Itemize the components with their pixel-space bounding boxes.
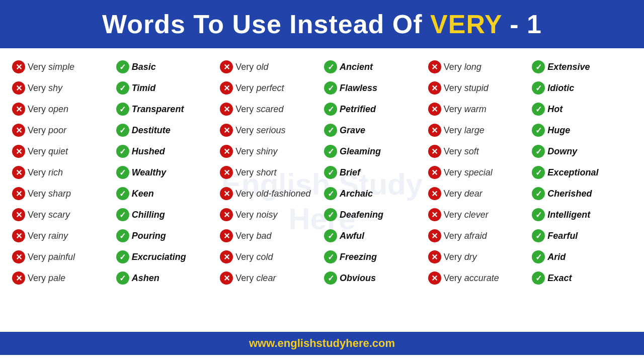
x-icon: ✕ bbox=[12, 103, 25, 116]
replacement-word: Fearful bbox=[547, 231, 578, 241]
very-phrase: Very clear bbox=[235, 273, 276, 284]
very-phrase: Very soft bbox=[444, 146, 479, 157]
very-phrase: Very rich bbox=[28, 167, 63, 178]
list-item: ✓Excruciating bbox=[116, 247, 216, 266]
replacement-word: Keen bbox=[132, 189, 154, 199]
list-item: ✕Very clear bbox=[220, 268, 320, 288]
very-phrase: Very large bbox=[444, 125, 485, 136]
x-icon: ✕ bbox=[428, 208, 441, 221]
x-icon: ✕ bbox=[220, 145, 233, 158]
replacement-word: Huge bbox=[547, 125, 570, 136]
list-item: ✕Very special bbox=[428, 163, 528, 182]
check-icon: ✓ bbox=[532, 187, 545, 200]
very-phrase: Very scared bbox=[235, 104, 283, 115]
very-phrase: Very short bbox=[235, 167, 276, 178]
list-item: ✕Very dear bbox=[428, 184, 528, 203]
list-item: ✕Very clever bbox=[428, 205, 528, 224]
x-icon: ✕ bbox=[428, 250, 441, 263]
list-item: ✕Very warm bbox=[428, 100, 528, 119]
very-phrase: Very scary bbox=[28, 210, 70, 220]
replacement-word: Extensive bbox=[547, 62, 590, 72]
x-icon: ✕ bbox=[428, 103, 441, 116]
check-icon: ✓ bbox=[324, 229, 337, 242]
replacement-word: Chilling bbox=[132, 210, 165, 220]
x-icon: ✕ bbox=[220, 60, 233, 73]
list-item: ✕Very shy bbox=[12, 78, 112, 98]
very-phrase: Very serious bbox=[235, 125, 285, 136]
list-item: ✕Very stupid bbox=[428, 78, 528, 98]
check-icon: ✓ bbox=[532, 208, 545, 221]
replacement-word: Grave bbox=[340, 125, 365, 136]
x-icon: ✕ bbox=[12, 166, 25, 179]
x-icon: ✕ bbox=[220, 250, 233, 263]
replacement-word: Intelligent bbox=[547, 210, 590, 220]
very-phrase: Very pale bbox=[28, 273, 65, 284]
list-item: ✓Timid bbox=[116, 78, 216, 98]
list-item: ✓Cherished bbox=[532, 184, 632, 203]
check-icon: ✓ bbox=[116, 103, 129, 116]
check-icon: ✓ bbox=[324, 187, 337, 200]
check-icon: ✓ bbox=[532, 124, 545, 137]
column-col1-good: ✓Basic✓Timid✓Transparent✓Destitute✓Hushe… bbox=[114, 57, 218, 288]
x-icon: ✕ bbox=[12, 187, 25, 200]
list-item: ✓Arid bbox=[532, 247, 632, 266]
check-icon: ✓ bbox=[116, 272, 129, 285]
x-icon: ✕ bbox=[12, 60, 25, 73]
check-icon: ✓ bbox=[532, 103, 545, 116]
very-phrase: Very sharp bbox=[28, 189, 71, 199]
check-icon: ✓ bbox=[324, 124, 337, 137]
x-icon: ✕ bbox=[220, 124, 233, 137]
very-phrase: Very rainy bbox=[28, 231, 68, 241]
check-icon: ✓ bbox=[324, 250, 337, 263]
x-icon: ✕ bbox=[220, 81, 233, 95]
check-icon: ✓ bbox=[532, 60, 545, 73]
list-item: ✓Freezing bbox=[324, 247, 424, 266]
column-col2-bad: ✕Very old✕Very perfect✕Very scared✕Very … bbox=[218, 57, 322, 288]
list-item: ✕Very scared bbox=[220, 100, 320, 119]
list-item: ✓Archaic bbox=[324, 184, 424, 203]
check-icon: ✓ bbox=[532, 250, 545, 263]
replacement-word: Hushed bbox=[132, 146, 165, 157]
replacement-word: Deafening bbox=[340, 210, 383, 220]
very-phrase: Very afraid bbox=[444, 231, 487, 241]
x-icon: ✕ bbox=[220, 208, 233, 221]
list-item: ✓Ashen bbox=[116, 268, 216, 288]
list-item: ✕Very large bbox=[428, 121, 528, 140]
list-item: ✓Petrified bbox=[324, 100, 424, 119]
list-item: ✓Basic bbox=[116, 57, 216, 76]
replacement-word: Exact bbox=[547, 273, 572, 284]
x-icon: ✕ bbox=[428, 166, 441, 179]
list-item: ✓Brief bbox=[324, 163, 424, 182]
check-icon: ✓ bbox=[324, 208, 337, 221]
list-item: ✕Very accurate bbox=[428, 268, 528, 288]
very-phrase: Very special bbox=[444, 167, 493, 178]
list-item: ✓Deafening bbox=[324, 205, 424, 224]
x-icon: ✕ bbox=[428, 272, 441, 285]
list-item: ✕Very scary bbox=[12, 205, 112, 224]
very-phrase: Very long bbox=[444, 62, 481, 72]
replacement-word: Transparent bbox=[132, 104, 184, 115]
list-item: ✓Ancient bbox=[324, 57, 424, 76]
very-phrase: Very poor bbox=[28, 125, 66, 136]
check-icon: ✓ bbox=[116, 187, 129, 200]
replacement-word: Archaic bbox=[340, 189, 373, 199]
check-icon: ✓ bbox=[116, 81, 129, 95]
list-item: ✓Keen bbox=[116, 184, 216, 203]
list-item: ✓Transparent bbox=[116, 100, 216, 119]
list-item: ✕Very pale bbox=[12, 268, 112, 288]
replacement-word: Basic bbox=[132, 62, 156, 72]
header-title: Words To Use Instead Of VERY - 1 bbox=[102, 9, 542, 39]
very-phrase: Very old-fashioned bbox=[235, 189, 310, 199]
x-icon: ✕ bbox=[220, 187, 233, 200]
list-item: ✕Very open bbox=[12, 100, 112, 119]
list-item: ✓Grave bbox=[324, 121, 424, 140]
list-item: ✓Extensive bbox=[532, 57, 632, 76]
very-phrase: Very perfect bbox=[235, 83, 284, 94]
check-icon: ✓ bbox=[532, 166, 545, 179]
check-icon: ✓ bbox=[532, 81, 545, 95]
column-col2-good: ✓Ancient✓Flawless✓Petrified✓Grave✓Gleami… bbox=[322, 57, 426, 288]
check-icon: ✓ bbox=[324, 103, 337, 116]
check-icon: ✓ bbox=[324, 60, 337, 73]
replacement-word: Excruciating bbox=[132, 252, 186, 262]
list-item: ✕Very simple bbox=[12, 57, 112, 76]
